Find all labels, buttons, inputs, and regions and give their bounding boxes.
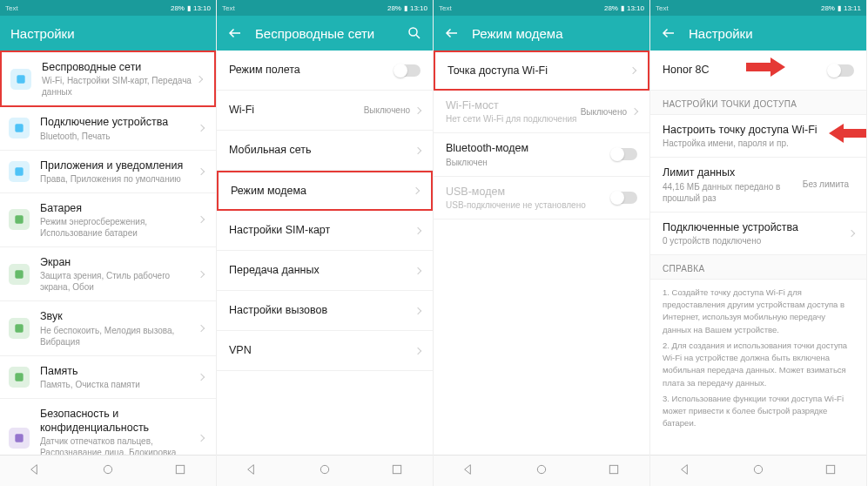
chevron-right-icon [414, 267, 421, 273]
chevron-right-icon [629, 67, 636, 74]
wireless-row-4[interactable]: Настройки SIM-карт [217, 211, 433, 251]
row-honor-toggle[interactable]: Honor 8C [650, 51, 866, 91]
row-title: Настройки SIM-карт [229, 223, 415, 237]
status-bar: Text 28% ▮ 13:10 [434, 0, 649, 16]
row-icon [9, 367, 30, 388]
screen-wireless: Text 28% ▮ 13:10 Беспроводные сети Режим… [217, 0, 434, 486]
row-title: Wi-Fi-мост [446, 98, 581, 112]
row-icon [9, 118, 30, 138]
header: Настройки [0, 16, 216, 51]
svg-rect-11 [176, 465, 184, 473]
toggle[interactable] [394, 64, 421, 77]
row-title: Настройки вызовов [229, 303, 415, 317]
tether-row-0[interactable]: Точка доступа Wi-Fi [434, 51, 649, 91]
nav-home[interactable] [535, 462, 548, 480]
settings-row-2[interactable]: Приложения и уведомленияПрава, Приложени… [0, 151, 216, 193]
row-sub: 0 устройств подключено [663, 235, 849, 246]
wireless-row-7[interactable]: VPN [217, 331, 433, 371]
chevron-right-icon [414, 226, 421, 233]
svg-rect-18 [826, 465, 834, 473]
arrow-indicator-icon [829, 124, 866, 143]
nav-recent[interactable] [607, 462, 621, 480]
svg-point-15 [537, 465, 545, 473]
page-title: Настройки [10, 26, 205, 41]
page-title: Режим модема [472, 26, 639, 41]
nav-back[interactable] [29, 462, 43, 480]
header: Настройки [650, 16, 866, 51]
settings-row-5[interactable]: ЗвукНе беспокоить, Мелодия вызова, Вибра… [0, 301, 216, 355]
screen-hotspot-settings: Text 28% ▮ 13:11 Настройки Honor 8C НАСТ… [650, 0, 867, 486]
row-icon [9, 428, 30, 449]
tether-row-3: USB-модемUSB-подключение не установлено [434, 177, 649, 219]
row-title: Wi-Fi [229, 103, 364, 117]
chevron-right-icon [198, 373, 205, 380]
status-bar: Text 28% ▮ 13:10 [0, 0, 216, 16]
back-button[interactable] [227, 25, 243, 41]
search-icon[interactable] [407, 25, 422, 41]
status-bar: Text 28% ▮ 13:10 [217, 0, 433, 16]
row-sub: Защита зрения, Стиль рабочего экрана, Об… [40, 270, 198, 293]
svg-rect-3 [15, 216, 23, 224]
svg-rect-4 [15, 270, 23, 278]
header: Беспроводные сети [217, 16, 433, 51]
row-icon [9, 161, 30, 182]
settings-row-0[interactable]: Беспроводные сетиWi-Fi, Настройки SIM-ка… [0, 51, 216, 107]
settings-row-4[interactable]: ЭкранЗащита зрения, Стиль рабочего экран… [0, 247, 216, 301]
row-title: Безопасность и конфиденциальность [40, 407, 198, 435]
row-data-limit[interactable]: Лимит данных 44,16 МБ данных передано в … [650, 158, 866, 212]
wireless-row-1[interactable]: Wi-FiВыключено [217, 91, 433, 131]
screen-settings: Text 28% ▮ 13:10 Настройки Беспроводные … [0, 0, 217, 486]
wireless-row-6[interactable]: Настройки вызовов [217, 291, 433, 331]
carrier: Text [5, 4, 18, 12]
wireless-row-2[interactable]: Мобильная сеть [217, 131, 433, 171]
nav-recent[interactable] [390, 462, 404, 480]
svg-rect-16 [609, 465, 617, 473]
nav-bar [217, 455, 433, 486]
nav-home[interactable] [751, 462, 765, 480]
back-button[interactable] [444, 25, 460, 41]
toggle-hotspot[interactable] [828, 64, 854, 77]
row-configure-hotspot[interactable]: Настроить точку доступа Wi-Fi Настройка … [650, 115, 866, 158]
chevron-right-icon [198, 325, 205, 332]
nav-back[interactable] [246, 462, 259, 480]
svg-point-10 [104, 465, 111, 473]
nav-back[interactable] [462, 462, 476, 480]
chevron-right-icon [196, 75, 203, 82]
nav-bar [434, 455, 649, 486]
chevron-right-icon [848, 229, 855, 236]
settings-row-6[interactable]: ПамятьПамять, Очистка памяти [0, 356, 216, 399]
chevron-right-icon [413, 187, 420, 194]
settings-row-3[interactable]: БатареяРежим энергосбережения, Использов… [0, 193, 216, 247]
wireless-row-0[interactable]: Режим полета [217, 51, 433, 91]
svg-rect-7 [15, 434, 23, 442]
toggle[interactable] [611, 148, 637, 160]
page-title: Настройки [689, 26, 856, 41]
row-title: Режим модема [231, 184, 414, 198]
battery-icon: ▮ [187, 4, 191, 12]
row-connected-devices[interactable]: Подключенные устройства 0 устройств подк… [650, 213, 866, 255]
row-sub: Датчик отпечатков пальцев, Распознавание… [40, 435, 198, 455]
row-sub: Выключен [446, 157, 611, 168]
row-title: VPN [229, 343, 415, 357]
tether-row-2[interactable]: Bluetooth-модемВыключен [434, 133, 649, 176]
back-button[interactable] [661, 25, 676, 41]
svg-point-12 [409, 28, 417, 36]
wireless-row-5[interactable]: Передача данных [217, 251, 433, 291]
chevron-right-icon [631, 108, 638, 115]
nav-recent[interactable] [824, 462, 838, 480]
wireless-row-3[interactable]: Режим модема [217, 171, 433, 211]
toggle [611, 192, 637, 204]
row-title: Беспроводные сети [42, 60, 197, 74]
settings-row-7[interactable]: Безопасность и конфиденциальностьДатчик … [0, 399, 216, 455]
nav-back[interactable] [679, 462, 693, 480]
nav-home[interactable] [101, 462, 115, 480]
section-header-hotspot: НАСТРОЙКИ ТОЧКИ ДОСТУПА [650, 91, 866, 115]
nav-recent[interactable] [173, 462, 187, 480]
row-title: USB-модем [446, 185, 611, 199]
chevron-right-icon [414, 347, 421, 354]
nav-home[interactable] [318, 462, 332, 480]
chevron-right-icon [414, 106, 421, 113]
row-icon [10, 69, 31, 90]
row-title: Подключение устройства [40, 115, 198, 129]
settings-row-1[interactable]: Подключение устройстваBluetooth, Печать [0, 107, 216, 150]
